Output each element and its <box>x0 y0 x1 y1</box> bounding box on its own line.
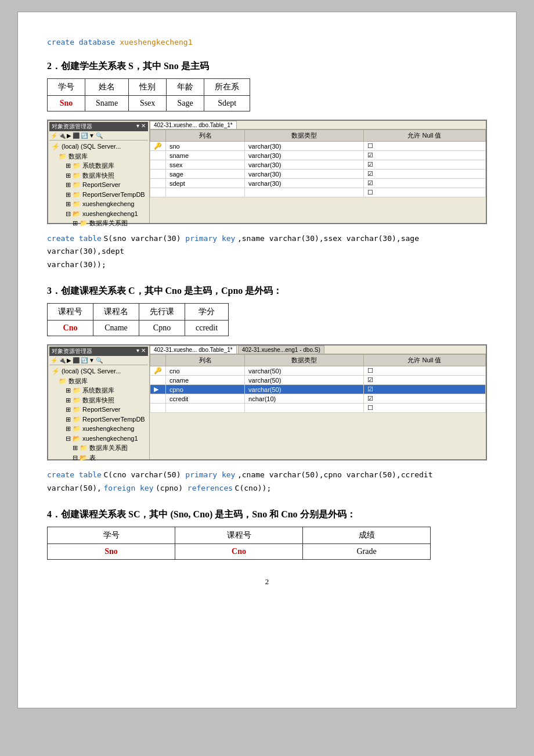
table-s-definition: 学号 姓名 性别 年龄 所在系 Sno Sname Ssex Sage Sdep… <box>47 78 250 111</box>
toolbar-c-icon4: ⬛ <box>73 357 80 363</box>
cell-c-empty-null <box>363 404 485 413</box>
toolbar-c-icon6: ▼ <box>89 357 95 363</box>
cell-empty-name <box>166 188 245 197</box>
tree-c-xueshengkecheng: ⊞ 📁 xueshengkecheng <box>52 424 146 434</box>
cell-sno-null <box>363 142 485 151</box>
cell-ccredit-null <box>363 394 485 404</box>
section-create-db: create database xueshengkecheng1 <box>47 38 487 46</box>
cell-cpno-name: cpno <box>166 385 245 394</box>
cell-sage-name: sage <box>166 170 245 179</box>
tree-reportserver: ⊞ 📁 ReportServer <box>52 180 146 190</box>
cell-sage-type: varchar(30) <box>245 170 364 179</box>
key-ssex <box>150 160 166 170</box>
key-c-empty <box>150 404 166 413</box>
toolbar-icon5: 🔃 <box>81 132 88 139</box>
col-header-xingming: 姓名 <box>85 79 129 96</box>
col-c-lieming: 列名 <box>166 355 245 366</box>
ssms-screenshot-c: 对象资源管理器 ▾ ✕ ⚡ 🔌 ▶ ⬛ 🔃 ▼ 🔍 ⚡ (local) (SQL… <box>47 344 487 460</box>
ssms-row-sname: sname varchar(30) <box>150 151 486 160</box>
toolbar-c-icon3: ▶ <box>67 357 71 363</box>
sql-c-part3: varchar(50), <box>47 484 102 492</box>
toolbar-icon3: ▶ <box>67 132 71 139</box>
ssms-tab-c-table1: 402-31.xueshe... dbo.Table_1* <box>150 345 237 354</box>
section-sc-table: 4．创建课程关系表 SC，其中 (Sno, Cno) 是主码，Sno 和 Cno… <box>47 509 487 560</box>
col-c-shujuleixing: 数据类型 <box>245 355 364 366</box>
col-header-sc-chengji: 成绩 <box>303 527 431 543</box>
key-sdept <box>150 179 166 188</box>
tree-xueshengkecheng: ⊞ 📁 xueshengkecheng <box>52 199 146 209</box>
tree-c-db-diagram: ⊞ 📁 数据库关系图 <box>52 443 146 453</box>
cell-sc-grade: Grade <box>303 543 431 559</box>
cell-sname-type: varchar(30) <box>245 151 364 160</box>
cell-empty-type <box>245 188 364 197</box>
cell-c-empty-name <box>166 404 245 413</box>
ssms-left-title: 对象资源管理器 ▾ ✕ <box>49 122 148 131</box>
cell-cno-null <box>363 366 485 376</box>
col-key-icon <box>150 130 166 142</box>
cell-cno-type: varchar(50) <box>245 366 364 376</box>
ssms-tabs: 402-31.xueshe... dbo.Table_1* <box>150 121 486 129</box>
ssms-panel-controls-c: ▾ ✕ <box>136 347 146 355</box>
tree-server: ⚡ (local) (SQL Server... <box>52 142 146 152</box>
tree-reportserver-temp: ⊞ 📁 ReportServerTempDB <box>52 190 146 200</box>
cell-c-empty-type <box>245 404 364 413</box>
tree-c-tables: ⊟ 📂 表 <box>52 453 146 463</box>
cell-sno-type: varchar(30) <box>245 142 364 151</box>
sql-block-s: create table S(sno varchar(30) primary k… <box>47 232 487 271</box>
cell-cname-null <box>363 376 485 385</box>
ssms-row-sno: 🔑 sno varchar(30) <box>150 142 486 151</box>
col-header-suozaxi: 所在系 <box>204 79 250 96</box>
cell-sno: Sno <box>48 96 85 111</box>
sql-c-part2: ,cname varchar(50),cpno varchar(50),ccre… <box>237 470 433 479</box>
section-student-table: 2．创建学生关系表 S，其中 Sno 是主码 学号 姓名 性别 年龄 所在系 S… <box>47 60 487 271</box>
ssms-tree-c: ⚡ (local) (SQL Server... 📁 数据库 ⊞ 📁 系统数据库… <box>49 365 148 463</box>
key-cname <box>150 376 166 385</box>
ssms-table-c: 列名 数据类型 允许 Null 值 🔑 cno varchar(50) <box>150 354 486 413</box>
ssms-panel-label: 对象资源管理器 <box>52 123 92 131</box>
key-ccredit <box>150 394 166 404</box>
ssms-grid-c: 列名 数据类型 允许 Null 值 🔑 cno varchar(50) <box>150 354 486 459</box>
tree-databases: 📁 数据库 <box>52 152 146 161</box>
table-sc-data-row: Sno Cno Grade <box>48 543 431 559</box>
cell-cname-type: varchar(50) <box>245 376 364 385</box>
key-empty <box>150 188 166 197</box>
ssms-c-row-empty <box>150 404 486 413</box>
col-header-xuefen: 学分 <box>185 304 229 321</box>
cell-cname: Cname <box>93 321 139 336</box>
ssms-toolbar: ⚡ 🔌 ▶ ⬛ 🔃 ▼ 🔍 <box>49 131 148 141</box>
col-header-kechengno: 课程号 <box>48 304 93 321</box>
ssms-row-sdept: sdept varchar(30) <box>150 179 486 188</box>
col-header-sc-xuehao: 学号 <box>48 527 175 543</box>
create-db-keyword: create database <box>47 38 115 46</box>
sql-s-part1: S(sno varchar(30) <box>103 234 185 243</box>
ssms-c-row-cname: cname varchar(50) <box>150 376 486 385</box>
section3-title: 3．创建课程关系表 C，其中 Cno 是主码，Cpno 是外码： <box>47 285 487 297</box>
toolbar-c-icon2: 🔌 <box>59 357 66 363</box>
cell-sname: Sname <box>85 96 129 111</box>
cell-sc-cno: Cno <box>175 543 303 559</box>
page-number: 2 <box>47 577 487 586</box>
cell-ssex-name: ssex <box>166 160 245 170</box>
ssms-panel-controls: ▾ ✕ <box>136 123 146 131</box>
col-lieming: 列名 <box>166 130 245 142</box>
tree-c-reportserver-temp: ⊞ 📁 ReportServerTempDB <box>52 415 146 424</box>
sql-s-keyword1: create table <box>47 234 102 243</box>
cell-ccredit: ccredit <box>185 321 229 336</box>
ssms-tabs-c: 402-31.xueshe... dbo.Table_1* 402-31.xue… <box>150 345 486 354</box>
ssms-grid-c-header: 列名 数据类型 允许 Null 值 <box>150 355 486 366</box>
col-c-key-icon <box>150 355 166 366</box>
cell-cpno: Cpno <box>139 321 185 336</box>
cell-sname-null <box>363 151 485 160</box>
cell-sdept: Sdept <box>204 96 250 111</box>
cell-ccredit-name: ccredit <box>166 394 245 404</box>
toolbar-icon6: ▼ <box>89 132 95 139</box>
sql-c-keyword4: references <box>187 484 233 492</box>
cell-cpno-null <box>363 385 485 394</box>
page: create database xueshengkecheng1 2．创建学生关… <box>17 12 517 708</box>
toolbar-icon7: 🔍 <box>96 132 103 139</box>
ssms-grid-s: 列名 数据类型 允许 Null 值 🔑 sno varchar(30) <box>150 129 486 223</box>
cell-sdept-null <box>363 179 485 188</box>
cell-sno-name: sno <box>166 142 245 151</box>
tree-system-db: ⊞ 📁 系统数据库 <box>52 161 146 171</box>
tree-c-db-snapshot: ⊞ 📁 数据库快照 <box>52 395 146 405</box>
